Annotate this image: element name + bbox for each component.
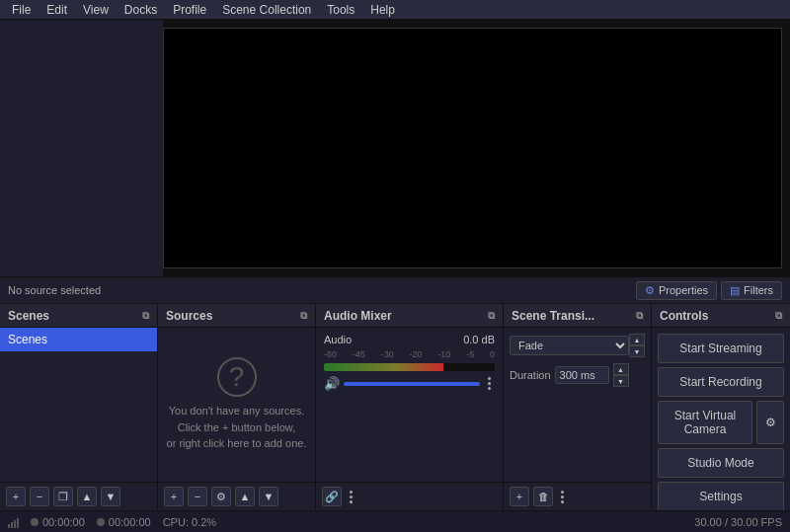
scenes-down-btn[interactable]: ▼: [101, 487, 120, 506]
source-label-bar: No source selected ⚙ Properties ▤ Filter…: [0, 276, 790, 304]
fps-status: 30.00 / 30.00 FPS: [694, 516, 782, 528]
transitions-panel: Scene Transi... ⧉ Fade ▲ ▼ Dur: [504, 304, 652, 510]
audio-track-header: Audio 0.0 dB: [324, 334, 495, 345]
audio-track-label: Audio: [324, 334, 352, 345]
preview-area: [0, 20, 790, 276]
scenes-panel: Scenes ⧉ Scenes + − ❐ ▲ ▼: [0, 304, 158, 510]
menu-docks[interactable]: Docks: [117, 1, 165, 19]
duration-input[interactable]: [555, 366, 609, 384]
rec-dot: [97, 518, 105, 526]
bottom-panels: Scenes ⧉ Scenes + − ❐ ▲ ▼ Sources ⧉: [0, 304, 790, 510]
virtual-camera-row: Start Virtual Camera ⚙: [658, 401, 784, 444]
start-streaming-button[interactable]: Start Streaming: [658, 334, 784, 363]
scenes-remove-btn[interactable]: −: [30, 487, 49, 506]
signal-status: [8, 516, 19, 528]
gear-icon-props: ⚙: [645, 284, 655, 297]
duration-label: Duration: [510, 369, 551, 381]
stream-dot: [31, 518, 39, 526]
fade-up-btn[interactable]: ▲: [629, 334, 645, 345]
audio-add-btn[interactable]: 🔗: [322, 487, 342, 506]
controls-content: Start Streaming Start Recording Start Vi…: [652, 328, 790, 510]
sources-question-icon: ?: [217, 357, 257, 397]
audio-meter-fill: [324, 363, 443, 371]
sources-settings-btn[interactable]: ⚙: [211, 487, 231, 506]
properties-button[interactable]: ⚙ Properties: [636, 281, 717, 300]
menu-file[interactable]: File: [4, 1, 39, 19]
audio-db-value: 0.0 dB: [463, 334, 495, 345]
transitions-content: Fade ▲ ▼ Duration ▲ ▼: [504, 328, 651, 397]
fade-select[interactable]: Fade: [510, 336, 629, 355]
audio-track: Audio 0.0 dB -60 -45 -30 -20 -10 -5 0: [316, 328, 503, 398]
menu-tools[interactable]: Tools: [319, 1, 362, 19]
sources-remove-btn[interactable]: −: [188, 487, 207, 506]
signal-icon: [8, 516, 19, 528]
menu-scene-collection[interactable]: Scene Collection: [214, 1, 319, 19]
scenes-title: Scenes: [8, 309, 49, 323]
audio-panel-footer: 🔗: [316, 482, 503, 510]
menubar: File Edit View Docks Profile Scene Colle…: [0, 0, 790, 20]
transitions-panel-header: Scene Transi... ⧉: [504, 304, 651, 328]
menu-view[interactable]: View: [75, 1, 117, 19]
menu-help[interactable]: Help: [362, 1, 403, 19]
duration-row: Duration ▲ ▼: [510, 363, 645, 387]
menu-edit[interactable]: Edit: [39, 1, 75, 19]
scenes-duplicate-btn[interactable]: ❐: [53, 487, 73, 506]
sources-panel-content: ? You don't have any sources. Click the …: [158, 328, 315, 482]
transitions-add-btn[interactable]: +: [510, 487, 529, 506]
duration-down-btn[interactable]: ▼: [613, 375, 629, 387]
audio-meter: [324, 363, 495, 371]
start-recording-button[interactable]: Start Recording: [658, 367, 784, 397]
no-source-label: No source selected: [8, 284, 101, 296]
controls-panel-header: Controls ⧉: [652, 304, 790, 328]
rec-time-status: 00:00:00: [97, 516, 151, 528]
scene-item-scenes[interactable]: Scenes: [0, 328, 157, 351]
audio-panel-header: Audio Mixer ⧉: [316, 304, 503, 328]
stream-time-status: 00:00:00: [31, 516, 85, 528]
virtual-camera-gear-button[interactable]: ⚙: [756, 401, 784, 444]
audio-float-btn[interactable]: ⧉: [488, 310, 495, 322]
transitions-menu[interactable]: [557, 489, 568, 505]
props-filters-bar: ⚙ Properties ▤ Filters: [636, 281, 782, 300]
fade-down-btn[interactable]: ▼: [629, 345, 645, 357]
audio-panel-menu[interactable]: [346, 489, 356, 505]
scenes-up-btn[interactable]: ▲: [77, 487, 97, 506]
menu-profile[interactable]: Profile: [165, 1, 214, 19]
gear-icon-vc: ⚙: [765, 416, 776, 429]
filters-button[interactable]: ▤ Filters: [721, 281, 782, 300]
scenes-add-btn[interactable]: +: [6, 487, 26, 506]
sources-float-btn[interactable]: ⧉: [300, 310, 307, 322]
audio-track-menu[interactable]: [484, 375, 495, 392]
scenes-panel-footer: + − ❐ ▲ ▼: [0, 482, 157, 510]
sources-panel: Sources ⧉ ? You don't have any sources. …: [158, 304, 316, 510]
transitions-float-btn[interactable]: ⧉: [636, 310, 643, 322]
stream-time: 00:00:00: [42, 516, 85, 528]
statusbar: 00:00:00 00:00:00 CPU: 0.2% 30.00 / 30.0…: [0, 510, 790, 532]
controls-title: Controls: [660, 309, 708, 323]
duration-up-btn[interactable]: ▲: [613, 363, 629, 375]
preview-canvas: [163, 28, 782, 268]
start-virtual-camera-button[interactable]: Start Virtual Camera: [658, 401, 752, 444]
sources-empty-text: You don't have any sources. Click the + …: [167, 403, 307, 452]
sources-add-btn[interactable]: +: [164, 487, 184, 506]
studio-mode-button[interactable]: Studio Mode: [658, 448, 784, 478]
audio-title: Audio Mixer: [324, 309, 392, 323]
audio-scale: -60 -45 -30 -20 -10 -5 0: [324, 349, 495, 359]
settings-button[interactable]: Settings: [658, 482, 784, 510]
main-layout: No source selected ⚙ Properties ▤ Filter…: [0, 20, 790, 532]
audio-controls-row: 🔊: [324, 375, 495, 392]
transitions-panel-footer: + 🗑: [504, 482, 651, 510]
controls-float-btn[interactable]: ⧉: [775, 310, 782, 322]
transitions-remove-btn[interactable]: 🗑: [533, 487, 553, 506]
transitions-title: Scene Transi...: [512, 309, 594, 323]
fps-label: 30.00 / 30.00 FPS: [694, 516, 782, 528]
sources-up-btn[interactable]: ▲: [235, 487, 255, 506]
volume-icon[interactable]: 🔊: [324, 376, 340, 391]
controls-panel: Controls ⧉ Start Streaming Start Recordi…: [652, 304, 790, 510]
sources-panel-footer: + − ⚙ ▲ ▼: [158, 482, 315, 510]
properties-label: Properties: [659, 284, 708, 296]
scenes-float-btn[interactable]: ⧉: [142, 310, 149, 322]
sources-down-btn[interactable]: ▼: [259, 487, 278, 506]
filter-icon: ▤: [730, 284, 740, 297]
volume-slider[interactable]: [344, 382, 480, 386]
scenes-panel-header: Scenes ⧉: [0, 304, 157, 328]
